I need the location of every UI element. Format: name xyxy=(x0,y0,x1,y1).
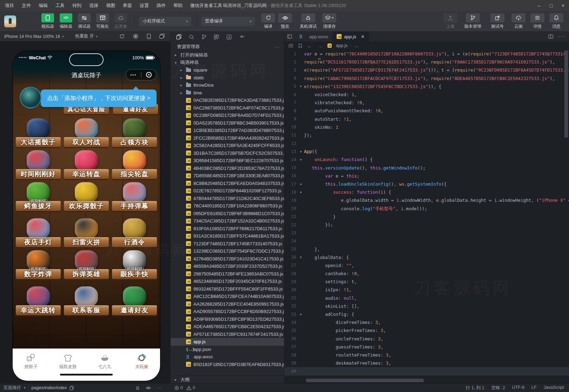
version-control-button[interactable]: 版本管理 xyxy=(462,13,484,29)
code-line-15[interactable]: 15 this.versionUpdate(), this.getWindowI… xyxy=(284,164,569,172)
code-line-39[interactable]: 39 deskmateFreeTimes: 3, xyxy=(284,359,569,367)
code-line-10[interactable]: 10 skinNo: 1 xyxy=(284,123,569,131)
compile-mode-select[interactable]: 普通编译▾ xyxy=(201,17,255,26)
home-indicator[interactable] xyxy=(60,374,113,376)
menu-file[interactable]: 文件 xyxy=(22,2,31,9)
mode-select[interactable]: 小程序模式▾ xyxy=(139,17,191,26)
file-app.js[interactable]: JSapp.js xyxy=(171,338,284,346)
search-icon[interactable] xyxy=(189,34,194,40)
file-2FCC2B9585D172BF49AA439262427533.js[interactable]: JS2FCC2B9585D172BF49AA439262427533.js xyxy=(171,134,284,142)
file-4B403BC085D172BF2D2653C78A727533.js[interactable]: JS4B403BC085D172BF2D2653C78A727533.js xyxy=(171,165,284,172)
debug-bug-icon[interactable] xyxy=(135,385,140,390)
fold-caret-icon[interactable]: ▾ xyxy=(298,150,304,153)
miniapp-avatar[interactable] xyxy=(20,87,41,108)
file-13239EC085D172BF7545F6C7DDC17533.js[interactable]: JS13239EC085D172BF7545F6C7DDC17533.js xyxy=(171,247,284,255)
tab-789[interactable]: 七八九 xyxy=(86,349,123,381)
game-tile-夜店手灯[interactable]: 夜店手灯 xyxy=(14,218,62,250)
code-line-17[interactable]: 17▾ this.loadUncleSkinConfig(), wx.getSy… xyxy=(284,180,569,188)
game-tile-欢乐掷骰子[interactable]: 欢乐掷骰子 xyxy=(62,182,110,214)
code-line-4[interactable]: 4require("CABAC79085D172BFACDCAF97CB7175… xyxy=(284,74,569,82)
miniapp-capsule[interactable]: ••• xyxy=(126,69,157,80)
file-0AC5B2E085D172BF6CA3DAE736817533.js[interactable]: JS0AC5B2E085D172BF6CA3DAE736817533.js xyxy=(171,97,284,104)
file-76C4400185D172BF10A22806F8607533.js[interactable]: JS76C4400185D172BF10A22806F8607533.js xyxy=(171,202,284,210)
file-2987505485D172BF4FE13853ABC07533.js[interactable]: JS2987505485D172BF4FE13853ABC07533.js xyxy=(171,270,284,278)
menu-plugins[interactable]: 插件 xyxy=(157,2,166,9)
bookmark-icon[interactable] xyxy=(298,44,302,48)
watch-eye-icon[interactable] xyxy=(146,386,151,390)
device-frame-icon[interactable] xyxy=(147,34,151,39)
code-line-8[interactable]: 8 autoPunishmentChecked: !0, xyxy=(284,107,569,115)
vertical-scrollbar[interactable] xyxy=(564,51,568,138)
game-tile-手持弹幕[interactable]: 手持弹幕 xyxy=(111,182,159,214)
code-line-33[interactable]: 33▾ adConfig: { xyxy=(284,310,569,318)
copy-icon[interactable] xyxy=(70,386,74,390)
code-line-40[interactable]: 40 xyxy=(284,367,569,375)
code-line-14[interactable]: 14▾ onLaunch: function() { xyxy=(284,155,569,164)
eol-setting[interactable]: LF xyxy=(531,385,537,391)
file-app.wxss[interactable]: ∃app.wxss xyxy=(171,353,284,361)
language-mode[interactable]: JavaScript xyxy=(544,385,564,391)
outline-list-icon[interactable] xyxy=(289,44,293,48)
cursor-position[interactable]: 行 1, 列 1 xyxy=(466,385,484,391)
file-910F0A1085D172BFF7696217D6117533.js[interactable]: JS910F0A1085D172BFF7696217D6117533.js xyxy=(171,225,284,233)
game-tile-指尖轮盘[interactable]: 指尖轮盘 xyxy=(111,150,159,182)
project-root[interactable]: ▾ 喝酒神器 xyxy=(171,59,284,67)
encoding-setting[interactable]: UTF-8 xyxy=(512,385,524,391)
multi-window-icon[interactable] xyxy=(159,34,165,39)
tab-app-wxss[interactable]: ∃ app.wxss xyxy=(295,32,332,41)
file-42764BD385D172BF241023D41C417533.js[interactable]: JS42764BD385D172BF241023D41C417533.js xyxy=(171,255,284,263)
code-line-3[interactable]: 3e(require("AF571E7385D172BFC9317674F241… xyxy=(284,66,569,74)
menu-edit[interactable]: 编辑 xyxy=(39,2,48,9)
file-AF571E7385D172BFC9317674F2417533.js[interactable]: JSAF571E7385D172BFC9317674F2417533.js xyxy=(171,331,284,338)
fold-caret-icon[interactable]: ▾ xyxy=(298,182,304,186)
file-app.json[interactable]: {..}app.json xyxy=(171,346,284,353)
file-46559A3485D172BF2033F2337D527533.js[interactable]: JS46559A3485D172BF2033F2337D527533.js xyxy=(171,263,284,270)
problems-indicator[interactable]: 0 0 xyxy=(170,385,195,390)
file-8C8B620485D172BFEAED0A0348107533.js[interactable]: JS8C8B620485D172BFEAED0A0348107533.js xyxy=(171,180,284,187)
file-0C23BFD085D172BF6A45D7D74FD17533.js[interactable]: JS0C23BFD085D172BF6A45D7D74FD17533.js xyxy=(171,112,284,119)
sidebar-toggle-icon[interactable] xyxy=(284,32,295,41)
code-line-31[interactable]: 31 audio: null, xyxy=(284,294,569,302)
code-line-34[interactable]: 34 diceFreeTimes: 3, xyxy=(284,318,569,326)
file-4652348085D172BF20345C870F617533.js[interactable]: JS4652348085D172BF20345C870F617533.js xyxy=(171,278,284,285)
game-tile-幸运转盘[interactable]: 幸运转盘 xyxy=(62,150,110,182)
explorer-more-button[interactable]: ··· xyxy=(274,44,280,49)
code-line-12[interactable]: 12 xyxy=(284,139,569,147)
code-line-24[interactable]: 24 xyxy=(284,237,569,245)
editor-more-icon[interactable]: ··· xyxy=(558,33,565,40)
code-editor[interactable]: 1var e = require("76C4400185D172BF10A228… xyxy=(284,50,569,383)
file-AA26268285D172BFCC404E8509917533.js[interactable]: JSAA26268285D172BFCC404E8509917533.js xyxy=(171,300,284,308)
file-1CB5EBD385D172BF7AD383D478B07533.js[interactable]: JS1CB5EBD385D172BF7AD383D478B07533.js xyxy=(171,127,284,134)
code-line-36[interactable]: 36 uncleFreeTimes: 3, xyxy=(284,335,569,343)
file-AAD9055785D172BFCCBF6D50B9227533.js[interactable]: JSAAD9055785D172BFCCBF6D50B9227533.js xyxy=(171,308,284,315)
file-0AC2987385D172BF6CA4F074C5C17533.js[interactable]: JS0AC2987385D172BF6CA4F074C5C17533.js xyxy=(171,104,284,112)
folder-static[interactable]: ▸ static xyxy=(171,74,284,82)
hot-reload-toggle[interactable]: 热重载 开 xyxy=(75,33,94,39)
breadcrumb-file[interactable]: app.js xyxy=(336,43,348,48)
code-line-25[interactable]: 25 }, xyxy=(284,245,569,253)
game-tile-联系客服[interactable]: 联系客服 xyxy=(62,286,110,318)
code-line-27[interactable]: 27 openid: "", xyxy=(284,261,569,270)
more-dots-icon[interactable]: ••• xyxy=(126,73,141,77)
menu-select[interactable]: 选择 xyxy=(89,2,98,9)
fold-caret-icon[interactable]: ▾ xyxy=(298,85,304,88)
code-line-1[interactable]: 1var e = require("76C4400185D172BF10A228… xyxy=(284,50,569,58)
game-tile-行酒令[interactable]: 行酒令 xyxy=(111,218,159,250)
game-tile-扫雷火拼[interactable]: 扫雷火拼 xyxy=(62,218,110,250)
file-3D95841585D172BF5BF3EC1228707533.js[interactable]: JS3D95841585D172BF5BF3EC1228707533.js xyxy=(171,157,284,165)
code-line-16[interactable]: 16 var e = this; xyxy=(284,172,569,180)
npm-package-icon[interactable] xyxy=(226,34,232,40)
upload-button[interactable]: 上传 xyxy=(443,13,458,29)
add-miniprogram-tooltip[interactable]: 点击「添加小程序」，下次访问更便捷 > xyxy=(41,89,157,107)
user-avatar[interactable] xyxy=(4,15,16,27)
menu-interface[interactable]: 界面 xyxy=(123,2,132,9)
file-B5D182F185D172BFD3B7EAF6D8317533.js[interactable]: JSB5D182F185D172BFD3B7EAF6D8317533.js xyxy=(171,361,284,368)
restart-icon[interactable] xyxy=(119,34,125,39)
code-line-9[interactable]: 9 autoStart: !1, xyxy=(284,115,569,123)
menu-wechat-devtools[interactable]: 微信开发者工具 xyxy=(190,2,222,9)
code-line-7[interactable]: 7 vibrateChecked: !0, xyxy=(284,99,569,107)
code-line-19[interactable]: 19 e.globalData.width = i.windowWidth, e… xyxy=(284,196,569,204)
code-line-20[interactable]: 20 console.log("手机型号", i.model)); xyxy=(284,205,569,213)
menu-project[interactable]: 项目 xyxy=(5,2,14,9)
folder-time[interactable]: ▸ time xyxy=(171,89,284,97)
